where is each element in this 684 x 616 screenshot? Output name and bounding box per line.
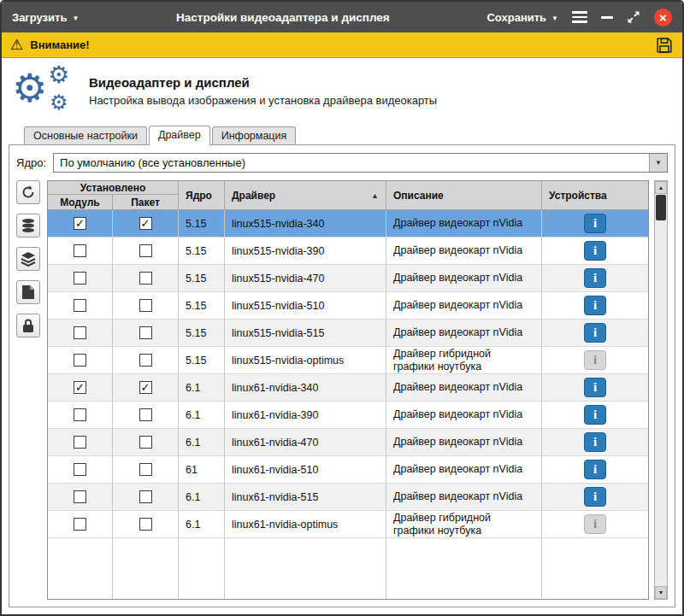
maximize-button[interactable] xyxy=(627,10,640,24)
package-checkbox[interactable] xyxy=(139,463,152,476)
driver-cell: linux515-nvidia-510 xyxy=(225,292,386,320)
module-checkbox[interactable] xyxy=(74,326,86,339)
driver-cell: linux61-nvidia-390 xyxy=(225,402,386,429)
package-checkbox[interactable] xyxy=(139,381,152,394)
refresh-button[interactable] xyxy=(16,180,40,204)
module-checkbox[interactable] xyxy=(74,217,86,230)
description-cell: Драйвер видеокарт nVidia xyxy=(386,320,542,347)
module-column-header[interactable]: Модуль xyxy=(48,195,113,209)
description-cell: Драйвер гибридной графики ноутбука xyxy=(386,511,542,538)
save-menu-button[interactable]: Сохранить ▼ xyxy=(486,11,558,24)
module-checkbox[interactable] xyxy=(74,244,86,257)
hamburger-menu-icon[interactable] xyxy=(572,11,587,23)
kernel-cell: 5.15 xyxy=(179,347,225,374)
warning-label: Внимание! xyxy=(30,38,89,51)
table-row[interactable]: 5.15 linux515-nvidia-340 Драйвер видеока… xyxy=(48,210,648,238)
info-button[interactable]: i xyxy=(584,405,606,425)
package-checkbox[interactable] xyxy=(139,244,152,257)
package-checkbox[interactable] xyxy=(139,408,152,421)
module-checkbox[interactable] xyxy=(74,490,86,503)
package-checkbox[interactable] xyxy=(139,299,152,312)
table-row[interactable]: 5.15 linux515-nvidia-optimus Драйвер гиб… xyxy=(48,347,648,374)
package-checkbox[interactable] xyxy=(139,326,152,339)
tab-information[interactable]: Информация xyxy=(212,126,297,145)
package-checkbox[interactable] xyxy=(139,217,152,230)
module-checkbox[interactable] xyxy=(74,463,86,476)
module-checkbox[interactable] xyxy=(74,354,86,367)
kernel-cell: 6.1 xyxy=(179,429,225,456)
kernel-filter-row: Ядро: По умолчанию (все установленные) ▼ xyxy=(16,153,668,173)
document-button[interactable] xyxy=(16,280,40,304)
packages-button[interactable] xyxy=(16,247,40,271)
module-checkbox[interactable] xyxy=(74,272,86,285)
description-cell: Драйвер видеокарт nVidia xyxy=(386,374,542,402)
table-row[interactable]: 61 linux61-nvidia-510 Драйвер видеокарт … xyxy=(48,456,648,484)
module-checkbox[interactable] xyxy=(74,518,86,531)
package-checkbox[interactable] xyxy=(139,354,152,367)
kernel-cell: 5.15 xyxy=(179,238,225,265)
table-row[interactable]: 5.15 linux515-nvidia-510 Драйвер видеока… xyxy=(48,292,648,320)
close-button[interactable]: × xyxy=(654,9,672,26)
driver-table-body: 5.15 linux515-nvidia-340 Драйвер видеока… xyxy=(48,210,648,538)
info-button[interactable]: i xyxy=(584,460,606,479)
page-title: Видеоадаптер и дисплей xyxy=(89,75,437,90)
chevron-down-icon[interactable]: ▼ xyxy=(649,154,667,172)
info-button[interactable]: i xyxy=(584,432,606,452)
tab-basic-settings[interactable]: Основные настройки xyxy=(24,126,147,145)
table-row[interactable]: 5.15 linux515-nvidia-390 Драйвер видеока… xyxy=(48,238,648,265)
info-button[interactable]: i xyxy=(584,323,606,343)
description-column-header[interactable]: Описание xyxy=(386,181,542,209)
kernel-cell: 61 xyxy=(179,456,225,484)
scroll-down-button[interactable]: ▼ xyxy=(655,586,667,599)
package-checkbox[interactable] xyxy=(139,272,152,285)
info-button[interactable]: i xyxy=(584,296,606,315)
table-row[interactable]: 6.1 linux61-nvidia-optimus Драйвер гибри… xyxy=(48,511,648,538)
database-icon xyxy=(21,218,36,233)
devices-column-header[interactable]: Устройства xyxy=(542,181,648,209)
package-checkbox[interactable] xyxy=(139,518,152,531)
driver-column-header[interactable]: Драйвер ▲ xyxy=(225,181,386,209)
description-cell: Драйвер гибридной графики ноутбука xyxy=(386,347,542,374)
module-checkbox[interactable] xyxy=(74,381,86,394)
scroll-up-button[interactable]: ▲ xyxy=(655,181,667,194)
kernel-column-header[interactable]: Ядро xyxy=(179,181,225,209)
module-checkbox[interactable] xyxy=(74,408,86,421)
module-checkbox[interactable] xyxy=(74,436,86,449)
minimize-button[interactable] xyxy=(601,16,613,19)
table-row[interactable]: 6.1 linux61-nvidia-470 Драйвер видеокарт… xyxy=(48,429,648,456)
vertical-scrollbar[interactable]: ▲ ▼ xyxy=(654,180,668,600)
tab-driver[interactable]: Драйвер xyxy=(149,126,210,145)
table-row[interactable]: 5.15 linux515-nvidia-515 Драйвер видеока… xyxy=(48,320,648,347)
info-button[interactable]: i xyxy=(584,214,606,233)
package-checkbox[interactable] xyxy=(139,490,152,503)
kernel-cell: 6.1 xyxy=(179,484,225,511)
info-button[interactable]: i xyxy=(584,350,606,370)
kernel-cell: 5.15 xyxy=(179,210,225,238)
info-button[interactable]: i xyxy=(584,487,606,507)
info-button[interactable]: i xyxy=(584,268,606,288)
package-checkbox[interactable] xyxy=(139,436,152,449)
kernel-cell: 6.1 xyxy=(179,402,225,429)
scrollbar-track[interactable] xyxy=(655,194,667,586)
info-button[interactable]: i xyxy=(584,241,606,261)
table-row[interactable]: 6.1 linux61-nvidia-515 Драйвер видеокарт… xyxy=(48,484,648,511)
info-button[interactable]: i xyxy=(584,514,606,534)
info-button[interactable]: i xyxy=(584,378,606,397)
scrollbar-thumb[interactable] xyxy=(656,195,666,220)
table-row[interactable]: 5.15 linux515-nvidia-470 Драйвер видеока… xyxy=(48,265,648,292)
lock-icon xyxy=(21,318,35,333)
table-row[interactable]: 6.1 linux61-nvidia-390 Драйвер видеокарт… xyxy=(48,402,648,429)
driver-cell: linux515-nvidia-390 xyxy=(225,238,386,265)
save-settings-button[interactable] xyxy=(655,36,674,55)
database-button[interactable] xyxy=(16,214,40,238)
installed-column-header[interactable]: Установлено xyxy=(48,181,178,195)
lock-button[interactable] xyxy=(16,314,40,337)
load-menu-button[interactable]: Загрузить ▼ xyxy=(12,11,79,24)
module-checkbox[interactable] xyxy=(74,299,86,312)
load-menu-label: Загрузить xyxy=(12,11,67,24)
table-row[interactable]: 6.1 linux61-nvidia-340 Драйвер видеокарт… xyxy=(48,374,648,402)
titlebar: Загрузить ▼ Настройки видеоадаптера и ди… xyxy=(2,2,682,32)
side-toolbar xyxy=(16,180,42,600)
package-column-header[interactable]: Пакет xyxy=(113,195,178,209)
kernel-select[interactable]: По умолчанию (все установленные) ▼ xyxy=(53,153,668,173)
